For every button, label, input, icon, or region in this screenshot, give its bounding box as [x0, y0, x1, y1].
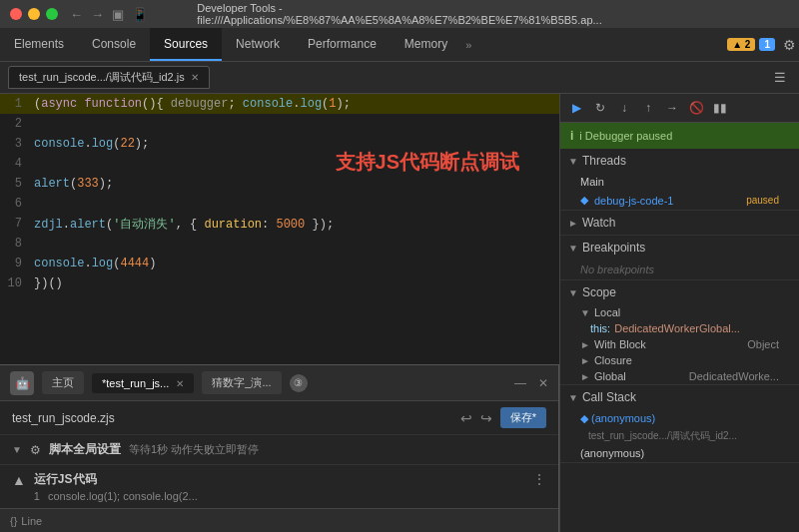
inspect-icon[interactable]: ▣ [112, 7, 124, 22]
scope-closure-group[interactable]: ► Closure [560, 352, 799, 368]
line-number-9: 9 [0, 257, 30, 270]
threads-section: ▼ Threads Main ◆ debug-js-code-1 paused [560, 149, 799, 211]
info-badge[interactable]: 1 [759, 38, 775, 51]
scope-withblock-label: With Block [594, 338, 646, 350]
callstack-item-2[interactable]: (anonymous) [560, 444, 799, 462]
bp-tab-close-icon[interactable]: ✕ [176, 378, 184, 389]
code-line-10: 10 })() [0, 273, 559, 293]
thread-debug-js-status: paused [746, 195, 779, 206]
titlebar-icons: ← → ▣ 📱 [70, 7, 148, 22]
code-line-4: 4 [0, 154, 559, 174]
bp-close-button[interactable]: ✕ [538, 376, 548, 390]
breakpoints-arrow-icon: ▼ [568, 243, 578, 254]
step-into-button[interactable]: ↑ [638, 98, 658, 118]
sidebar-toggle-button[interactable]: ☰ [769, 67, 791, 89]
line-number-1: 1 [0, 97, 30, 111]
nav-forward-icon[interactable]: → [91, 7, 104, 22]
callstack-item-1-sub: test_run_jscode.../调试代码_id2... [560, 428, 799, 444]
file-tab[interactable]: test_run_jscode.../调试代码_id2.js ✕ [8, 66, 210, 89]
bp-run-preview: console.log(1); console.log(2... [48, 490, 198, 502]
bp-run-section[interactable]: ▲ 运行JS代码 1 console.log(1); console.log(2… [0, 465, 558, 508]
titlebar: ← → ▣ 📱 Developer Tools - file:///Applic… [0, 0, 799, 28]
line-content-10: })() [30, 276, 559, 290]
resume-button[interactable]: ▶ [566, 98, 586, 118]
traffic-light-yellow[interactable] [28, 8, 40, 20]
bp-redo-button[interactable]: ↪ [480, 410, 492, 426]
deactivate-button[interactable]: 🚫 [686, 98, 706, 118]
tab-performance[interactable]: Performance [294, 28, 391, 61]
warning-badge[interactable]: ▲ 2 [727, 38, 755, 51]
line-content-1: (async function(){ debugger; console.log… [30, 97, 559, 111]
device-icon[interactable]: 📱 [132, 7, 148, 22]
tab-network[interactable]: Network [222, 28, 294, 61]
step-out-button[interactable]: → [662, 98, 682, 118]
thread-main-name: Main [580, 176, 779, 188]
tab-memory[interactable]: Memory [391, 28, 461, 61]
call-stack-header[interactable]: ▼ Call Stack [560, 385, 799, 409]
breakpoints-section: ▼ Breakpoints No breakpoints [560, 236, 799, 280]
scope-local-label: Local [594, 306, 620, 318]
settings-icon[interactable]: ⚙ [779, 35, 799, 55]
file-toolbar: test_run_jscode.../调试代码_id2.js ✕ ☰ [0, 62, 799, 94]
traffic-light-red[interactable] [10, 8, 22, 20]
tab-console[interactable]: Console [78, 28, 150, 61]
bp-save-button[interactable]: 保存* [500, 407, 546, 428]
scope-global-group[interactable]: ► Global DedicatedWorke... [560, 368, 799, 384]
thread-debug-js[interactable]: ◆ debug-js-code-1 paused [560, 191, 799, 210]
bp-tab-other[interactable]: 猜数字_演... [202, 371, 281, 394]
bp-minimize-button[interactable]: — [514, 376, 526, 390]
pause-text: i Debugger paused [579, 130, 672, 142]
line-content-9: console.log(4444) [30, 257, 559, 270]
code-line-8: 8 [0, 234, 559, 254]
scope-withblock-arrow-icon: ► [580, 339, 590, 350]
tab-elements[interactable]: Elements [0, 28, 78, 61]
callstack-item-1[interactable]: ◆ (anonymous) [560, 409, 799, 428]
pause-icon: i [570, 129, 573, 143]
bp-undo-button[interactable]: ↩ [460, 410, 472, 426]
bp-filename: test_run_jscode.zjs [12, 411, 452, 425]
scope-local-group[interactable]: ▼ Local [560, 304, 799, 320]
scope-this-val: DedicatedWorkerGlobal... [614, 322, 740, 334]
scope-header[interactable]: ▼ Scope [560, 280, 799, 304]
code-line-6: 6 [0, 194, 559, 214]
bot-avatar: 🤖 [10, 371, 34, 395]
scope-withblock-val: Object [747, 338, 779, 350]
scope-global-arrow-icon: ► [580, 371, 590, 382]
debugger-paused-banner: i i Debugger paused [560, 123, 799, 149]
tab-sources[interactable]: Sources [150, 28, 222, 61]
code-line-2: 2 [0, 114, 559, 134]
bp-settings-meta: 等待1秒 动作失败立即暂停 [129, 442, 259, 457]
code-line-9: 9 console.log(4444) [0, 254, 559, 273]
traffic-light-green[interactable] [46, 8, 58, 20]
line-content-5: alert(333); [30, 177, 559, 191]
line-content-7: zdjl.alert('自动消失', { duration: 5000 }); [30, 216, 559, 233]
reload-button[interactable]: ↻ [590, 98, 610, 118]
scope-arrow-icon: ▼ [568, 287, 578, 298]
bp-settings-gear-icon: ⚙ [30, 443, 41, 457]
bp-run-line-number: 1 [34, 490, 40, 502]
file-tab-close[interactable]: ✕ [191, 72, 199, 83]
bp-settings-section[interactable]: ▼ ⚙ 脚本全局设置 等待1秒 动作失败立即暂停 [0, 435, 558, 465]
threads-header[interactable]: ▼ Threads [560, 149, 799, 173]
pause-on-exceptions-button[interactable]: ▮▮ [710, 98, 730, 118]
bp-code-icon[interactable]: {} [10, 515, 17, 527]
bp-tab-home[interactable]: 主页 [42, 371, 84, 394]
scope-local-arrow-icon: ▼ [580, 307, 590, 318]
line-number-8: 8 [0, 237, 30, 251]
line-number-5: 5 [0, 177, 30, 191]
line-number-6: 6 [0, 197, 30, 211]
watch-header[interactable]: ► Watch [560, 211, 799, 235]
bp-tab-current[interactable]: *test_run_js... ✕ [92, 373, 194, 393]
scope-global-val: DedicatedWorke... [689, 370, 779, 382]
step-over-button[interactable]: ↓ [614, 98, 634, 118]
thread-main[interactable]: Main [560, 173, 799, 191]
line-number-7: 7 [0, 217, 30, 231]
scope-title: Scope [582, 285, 616, 299]
watch-arrow-icon: ► [568, 218, 578, 229]
more-tabs-button[interactable]: » [461, 39, 475, 51]
breakpoints-header[interactable]: ▼ Breakpoints [560, 236, 799, 260]
threads-title: Threads [582, 154, 626, 168]
nav-back-icon[interactable]: ← [70, 7, 83, 22]
bp-run-more-icon[interactable]: ⋮ [532, 471, 546, 487]
scope-withblock-group[interactable]: ► With Block Object [560, 336, 799, 352]
